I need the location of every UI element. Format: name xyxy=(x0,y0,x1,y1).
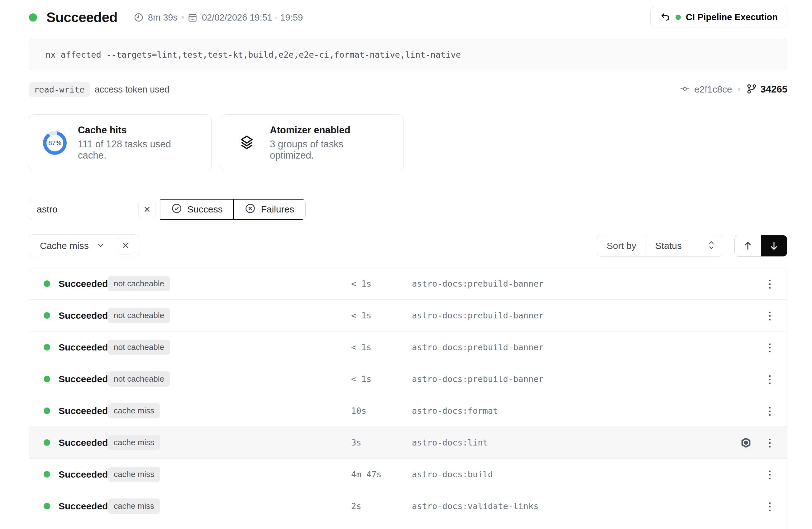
task-cache-badge: not cacheable xyxy=(108,276,170,291)
task-cache-badge: not cacheable xyxy=(108,308,170,323)
task-duration: < 1s xyxy=(351,374,412,384)
task-status-dot xyxy=(44,439,50,446)
cache-miss-filter-chip: Cache miss ✕ xyxy=(29,234,139,257)
task-status-dot xyxy=(44,280,50,287)
vcs-info: e2f1c8ce 34265 xyxy=(679,83,787,96)
task-duration: 4m 47s xyxy=(351,470,412,479)
task-status-label: Succeeded xyxy=(59,374,108,384)
task-name[interactable]: astro-docs:prebuild-banner xyxy=(412,374,765,384)
task-status-dot xyxy=(44,376,50,382)
task-cache-badge: cache miss xyxy=(108,498,160,514)
task-status-label: Succeeded xyxy=(59,310,108,321)
task-status-label: Succeeded xyxy=(59,501,108,512)
task-status-label: Succeeded xyxy=(59,406,108,416)
filter-group: ✕ Success Failures xyxy=(29,199,306,220)
calendar-icon xyxy=(188,13,198,23)
check-circle-icon xyxy=(171,203,182,216)
sort-selected-value: Status xyxy=(655,240,682,251)
run-date-range: 02/02/2026 19:51 - 19:59 xyxy=(188,13,303,23)
summary-cards: 87% Cache hits 111 of 128 tasks used cac… xyxy=(29,114,787,171)
task-row[interactable]: Succeeded cache miss 4m 47s astro-docs:b… xyxy=(29,459,787,490)
search-clear-button[interactable]: ✕ xyxy=(138,201,156,218)
back-arrow-icon xyxy=(660,12,670,23)
run-header: Succeeded 8m 39s 02/02/2026 19:51 - 19:5… xyxy=(29,8,787,27)
task-row[interactable]: Succeeded not cacheable < 1s astro-docs:… xyxy=(29,363,787,395)
separator-dot xyxy=(738,88,740,91)
hexagon-action-icon[interactable] xyxy=(740,437,752,449)
branch-number[interactable]: 34265 xyxy=(760,84,787,95)
layers-icon xyxy=(235,134,259,152)
kebab-menu-icon[interactable]: ⋮ xyxy=(765,437,775,448)
task-name[interactable]: astro-docs:build xyxy=(412,470,765,479)
task-name[interactable]: astro-docs:lint xyxy=(412,438,740,447)
status-dot xyxy=(29,13,37,21)
failures-filter-button[interactable]: Failures xyxy=(234,199,305,220)
task-status-dot xyxy=(44,471,50,477)
task-row[interactable]: Succeeded cache miss 10s astro-docs:form… xyxy=(29,395,787,427)
commit-sha[interactable]: e2f1c8ce xyxy=(694,84,732,95)
task-duration: 10s xyxy=(351,406,412,416)
task-status-dot xyxy=(44,344,50,351)
chevron-down-icon[interactable] xyxy=(96,240,106,251)
search-input[interactable] xyxy=(37,204,127,215)
atomizer-card[interactable]: Atomizer enabled 3 groups of tasks optim… xyxy=(221,114,404,171)
sort-by-label: Sort by xyxy=(597,240,646,251)
sort-direction-group xyxy=(735,235,787,257)
success-filter-label: Success xyxy=(187,204,222,215)
clock-icon xyxy=(134,13,144,23)
kebab-menu-icon[interactable]: ⋮ xyxy=(765,279,775,289)
kebab-menu-icon[interactable]: ⋮ xyxy=(765,310,775,321)
git-branch-icon xyxy=(746,83,757,96)
cache-hits-card[interactable]: 87% Cache hits 111 of 128 tasks used cac… xyxy=(29,114,212,171)
task-duration: < 1s xyxy=(351,342,412,352)
task-status-dot xyxy=(44,408,50,414)
run-duration: 8m 39s xyxy=(134,13,178,23)
command-box: nx affected --targets=lint,test,test-kt,… xyxy=(29,39,787,70)
cache-hit-donut-chart: 87% xyxy=(43,131,67,155)
kebab-menu-icon[interactable]: ⋮ xyxy=(765,469,775,480)
task-name[interactable]: astro-docs:prebuild-banner xyxy=(412,342,765,352)
separator-dot xyxy=(182,16,184,19)
task-row[interactable]: Succeeded not cacheable < 1s astro-docs:… xyxy=(29,268,787,300)
cache-hit-percent: 87% xyxy=(43,131,67,155)
sort-descending-button[interactable] xyxy=(761,235,787,256)
task-row[interactable]: Succeeded not cacheable < 1s astro-docs:… xyxy=(29,332,787,363)
cache-miss-filter-value[interactable]: Cache miss xyxy=(40,240,89,251)
success-filter-button[interactable]: Success xyxy=(160,199,234,220)
task-name[interactable]: astro-docs:prebuild-banner xyxy=(412,311,765,320)
kebab-menu-icon[interactable]: ⋮ xyxy=(765,501,775,512)
task-row[interactable]: Succeeded 2s astro-docs:e2e-ci (25) ⋮ xyxy=(29,522,787,529)
sort-ascending-button[interactable] xyxy=(735,235,761,256)
task-cache-badge: not cacheable xyxy=(108,340,170,355)
task-status-label: Succeeded xyxy=(59,437,108,448)
task-cache-badge: not cacheable xyxy=(108,371,170,387)
task-list: Succeeded not cacheable < 1s astro-docs:… xyxy=(29,268,787,529)
ci-pipeline-execution-button[interactable]: CI Pipeline Execution xyxy=(650,7,787,27)
task-row[interactable]: Succeeded not cacheable < 1s astro-docs:… xyxy=(29,300,787,332)
task-name[interactable]: astro-docs:format xyxy=(412,406,765,416)
cache-hits-title: Cache hits xyxy=(78,124,198,136)
pipeline-status-dot xyxy=(676,15,681,20)
task-cache-badge: cache miss xyxy=(108,435,160,450)
failures-filter-label: Failures xyxy=(261,204,294,215)
kebab-menu-icon[interactable]: ⋮ xyxy=(765,406,775,416)
task-status-label: Succeeded xyxy=(59,469,108,480)
task-status-label: Succeeded xyxy=(59,342,108,353)
task-name[interactable]: astro-docs:prebuild-banner xyxy=(412,279,765,289)
search-segment: ✕ xyxy=(29,199,160,220)
task-duration: 2s xyxy=(351,501,412,511)
cache-miss-clear-button[interactable]: ✕ xyxy=(117,237,134,254)
task-status-dot xyxy=(44,312,50,319)
task-row[interactable]: Succeeded cache miss 2s astro-docs:valid… xyxy=(29,490,787,522)
cache-hits-subtitle: 111 of 128 tasks used cache. xyxy=(78,138,198,161)
task-name[interactable]: astro-docs:validate-links xyxy=(412,501,765,511)
task-row[interactable]: Succeeded cache miss 3s astro-docs:lint … xyxy=(29,427,787,459)
git-commit-icon xyxy=(679,83,691,95)
access-token-text: access token used xyxy=(95,85,170,95)
task-cache-badge: cache miss xyxy=(108,403,160,418)
page-title: Succeeded xyxy=(46,10,117,25)
kebab-menu-icon[interactable]: ⋮ xyxy=(765,342,775,353)
sort-select[interactable]: Status xyxy=(646,235,723,256)
kebab-menu-icon[interactable]: ⋮ xyxy=(765,374,775,384)
select-chevrons-icon xyxy=(707,240,715,252)
